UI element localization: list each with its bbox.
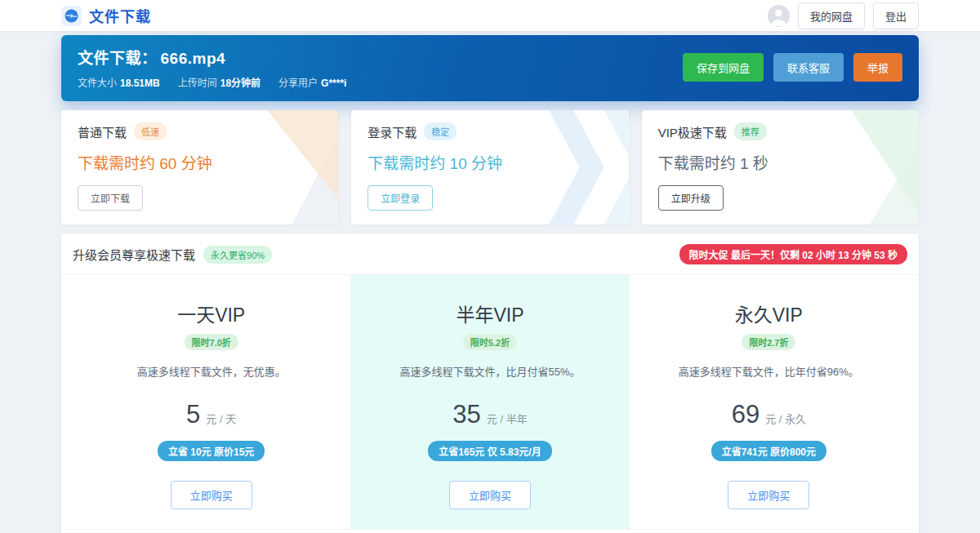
buy-now-button[interactable]: 立即购买 (171, 481, 252, 509)
card-title: 登录下载 (368, 123, 416, 140)
member-perks: 所有会员均尊享以下特权： ✓ VIP极速下载通道 ✓ 多文件同时下载 ✓ 去除弹… (61, 529, 919, 533)
download-options: 普通下载 低速 下载需时约 60 分钟 立即下载 登录下载 稳定 下载需时约 1… (61, 110, 919, 224)
saving-pill: 立省 10元 原价15元 (158, 441, 265, 461)
recommend-badge: 推荐 (734, 122, 767, 140)
discount-badge: 限时5.2折 (463, 334, 517, 350)
save-to-drive-button[interactable]: 保存到网盘 (683, 53, 764, 82)
countdown-badge: 限时大促 最后一天！仅剩 02 小时 13 分钟 53 秒 (679, 244, 907, 264)
speed-badge: 稳定 (424, 122, 457, 140)
estimated-time: 下载需时约 60 分钟 (78, 151, 322, 173)
download-now-button[interactable]: 立即下载 (78, 185, 143, 211)
save-badge: 永久更省90% (203, 246, 272, 264)
plan-name: 永久VIP (735, 300, 803, 327)
vip-plans: 一天VIP 限时7.0折 高速多线程下载文件，无优惠。 5 元 / 天 立省 1… (61, 275, 919, 529)
plan-one-day: 一天VIP 限时7.0折 高速多线程下载文件，无优惠。 5 元 / 天 立省 1… (72, 275, 350, 529)
app-logo-icon (61, 6, 82, 26)
saving-pill: 立省165元 仅 5.83元/月 (428, 441, 551, 461)
file-banner: 文件下载：666.mp4 文件大小18.51MB 上传时间18分钟前 分享用户G… (61, 35, 919, 101)
speed-badge: 低速 (134, 122, 167, 140)
vip-download-card: VIP极速下载 推荐 下载需时约 1 秒 立即升级 (642, 110, 919, 224)
brand: 文件下载 (61, 5, 151, 26)
contact-support-button[interactable]: 联系客服 (773, 53, 844, 82)
plan-description: 高速多线程下载文件，无优惠。 (137, 363, 286, 379)
plan-price: 35 (452, 400, 480, 429)
file-name: 666.mp4 (161, 50, 226, 67)
file-meta: 文件大小18.51MB 上传时间18分钟前 分享用户G****i (78, 75, 346, 89)
plan-name: 半年VIP (456, 300, 523, 327)
plan-description: 高速多线程下载文件，比月付省55%。 (399, 363, 580, 379)
discount-badge: 限时7.0折 (185, 334, 238, 350)
report-button[interactable]: 举报 (853, 53, 902, 82)
normal-download-card: 普通下载 低速 下载需时约 60 分钟 立即下载 (61, 110, 338, 224)
card-title: 普通下载 (78, 123, 127, 140)
login-now-button[interactable]: 立即登录 (368, 185, 433, 211)
plan-price: 5 (186, 400, 200, 429)
plan-price-unit: 元 / 半年 (487, 411, 528, 426)
card-title: VIP极速下载 (658, 123, 727, 140)
user-avatar[interactable] (768, 5, 790, 27)
discount-badge: 限时2.7折 (742, 334, 795, 350)
vip-section-title: 升级会员尊享极速下载 (73, 246, 195, 263)
upgrade-now-button[interactable]: 立即升级 (658, 185, 724, 211)
page-title: 文件下载 (89, 5, 151, 26)
plan-permanent: 永久VIP 限时2.7折 高速多线程下载文件，比年付省96%。 69 元 / 永… (630, 275, 908, 529)
vip-section: 升级会员尊享极速下载 永久更省90% 限时大促 最后一天！仅剩 02 小时 13… (61, 233, 919, 533)
plan-name: 一天VIP (177, 300, 245, 327)
banner-title: 文件下载：666.mp4 (78, 46, 346, 68)
buy-now-button[interactable]: 立即购买 (728, 481, 809, 509)
plan-description: 高速多线程下载文件，比年付省96%。 (679, 363, 859, 379)
banner-title-prefix: 文件下载： (78, 50, 158, 67)
plan-price-unit: 元 / 天 (206, 411, 236, 426)
buy-now-button[interactable]: 立即购买 (449, 481, 531, 509)
estimated-time: 下载需时约 10 分钟 (368, 151, 612, 173)
plan-half-year: 半年VIP 限时5.2折 高速多线程下载文件，比月付省55%。 35 元 / 半… (350, 275, 629, 529)
upload-time: 上传时间18分钟前 (178, 75, 261, 89)
estimated-time: 下载需时约 1 秒 (658, 151, 902, 173)
login-download-card: 登录下载 稳定 下载需时约 10 分钟 立即登录 (351, 110, 628, 224)
file-size: 文件大小18.51MB (78, 75, 160, 89)
saving-pill: 立省741元 原价800元 (711, 441, 826, 461)
my-drive-button[interactable]: 我的网盘 (798, 2, 865, 29)
logout-button[interactable]: 登出 (873, 2, 919, 29)
share-user: 分享用户G****i (278, 75, 346, 89)
plan-price: 69 (732, 400, 760, 429)
top-header: 文件下载 我的网盘 登出 (0, 0, 980, 31)
plan-price-unit: 元 / 永久 (765, 411, 806, 426)
